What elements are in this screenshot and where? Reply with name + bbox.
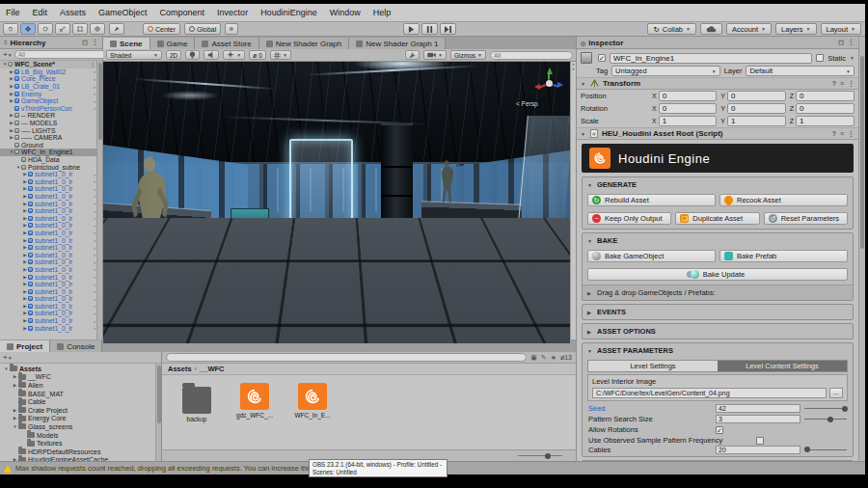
menu-assets[interactable]: Assets bbox=[60, 8, 86, 17]
menu-invector[interactable]: Invector bbox=[217, 8, 248, 17]
events-title[interactable]: EVENTS bbox=[597, 308, 626, 316]
project-item-glass-screens[interactable]: ▼Glass_screens bbox=[0, 422, 161, 431]
prefab-chevron-icon[interactable]: › bbox=[94, 311, 95, 316]
hierarchy-item-subnet1-0-lr[interactable]: ▶subnet1_0_lr› bbox=[0, 244, 96, 252]
hierarchy-item-subnet1-0-lr[interactable]: ▶subnet1_0_lr› bbox=[0, 193, 96, 201]
rotation-z-field[interactable] bbox=[796, 103, 854, 114]
hierarchy-item-subnet1-0-lr[interactable]: ▶subnet1_0_lr› bbox=[0, 230, 96, 237]
prefab-chevron-icon[interactable]: › bbox=[94, 325, 95, 331]
bake-update-button[interactable]: Bake Update bbox=[587, 268, 848, 281]
static-checkbox[interactable] bbox=[816, 54, 824, 62]
events-fold-icon[interactable]: ▶ bbox=[587, 310, 593, 315]
hierarchy-tab[interactable]: Hierarchy bbox=[11, 39, 46, 47]
keep-only-output-button[interactable]: −Keep Only Output bbox=[587, 212, 671, 225]
seed-slider[interactable] bbox=[804, 404, 847, 413]
hierarchy-item-subnet1-0-lr[interactable]: ▶subnet1_0_lr› bbox=[0, 287, 96, 295]
collab-button[interactable]: ↻Collab▼ bbox=[647, 23, 696, 35]
rotation-x-field[interactable] bbox=[659, 103, 718, 114]
asset-item-gdc-wfc-[interactable]: gdc_WFC_... bbox=[233, 383, 276, 422]
prefab-chevron-icon[interactable]: › bbox=[94, 252, 95, 258]
hand-tool-icon[interactable] bbox=[3, 23, 18, 35]
hierarchy-item-subnet1-0-lr[interactable]: ▶subnet1_0_lr› bbox=[0, 258, 96, 266]
prefab-chevron-icon[interactable]: › bbox=[94, 223, 95, 229]
use-observed-frequency-checkbox[interactable] bbox=[756, 437, 764, 445]
shading-mode-dropdown[interactable]: Shaded▼ bbox=[106, 50, 162, 60]
tab-new-shader-graph[interactable]: New Shader Graph bbox=[259, 38, 349, 49]
presets-icon[interactable]: ≡ bbox=[840, 130, 844, 138]
tab-project[interactable]: Project bbox=[0, 340, 50, 352]
layers-button[interactable]: Layers▼ bbox=[775, 23, 816, 35]
project-create-button[interactable]: +▼ bbox=[3, 353, 13, 363]
asset-item-wfc-in-e-[interactable]: WFC_In_E... bbox=[291, 383, 334, 422]
tab-scene[interactable]: Scene bbox=[103, 38, 150, 49]
pattern-search-size-field[interactable]: 3 bbox=[716, 415, 800, 423]
hierarchy-item-subnet1-0-lr[interactable]: ▶subnet1_0_lr› bbox=[0, 281, 96, 288]
lock-icon[interactable]: ◻ bbox=[82, 39, 88, 46]
menu-file[interactable]: File bbox=[6, 8, 20, 17]
tab-new-shader-graph-1[interactable]: New Shader Graph 1 bbox=[349, 38, 446, 49]
pattern-search-size-slider[interactable] bbox=[804, 415, 847, 423]
hierarchy-item-subnet1-0-lr[interactable]: ▶subnet1_0_lr› bbox=[0, 200, 96, 207]
static-dropdown-icon[interactable]: ▼ bbox=[850, 55, 854, 61]
rotate-tool-icon[interactable] bbox=[38, 23, 53, 35]
expand-icon[interactable]: ▶ bbox=[12, 408, 18, 413]
cables-slider[interactable] bbox=[804, 446, 847, 454]
hierarchy-item-subnet1-0-lr[interactable]: ▶subnet1_0_lr› bbox=[0, 236, 96, 244]
grid-dropdown-icon[interactable]: ▼ bbox=[270, 50, 291, 60]
hierarchy-item-vthirdpersoncon[interactable]: vThirdPersonCon› bbox=[0, 105, 96, 113]
gameobject-icon[interactable] bbox=[581, 52, 592, 64]
audio-toggle-icon[interactable] bbox=[203, 50, 219, 60]
hierarchy-item--models[interactable]: ▶--- MODELS bbox=[0, 120, 96, 127]
cables-field[interactable]: 20 bbox=[716, 446, 800, 454]
prefab-chevron-icon[interactable]: › bbox=[94, 282, 95, 287]
scale-z-field[interactable] bbox=[796, 116, 854, 126]
asset-options-title[interactable]: ASSET OPTIONS bbox=[597, 327, 656, 336]
hierarchy-item--lights[interactable]: ▶---- LIGHTS bbox=[0, 126, 96, 134]
effects-dropdown-icon[interactable]: ▼ bbox=[223, 50, 245, 60]
scene-search-input[interactable] bbox=[490, 51, 573, 60]
dragdrop-label[interactable]: Drag & drop GameObjects / Prefabs: bbox=[597, 288, 716, 297]
menu-component[interactable]: Component bbox=[160, 8, 205, 17]
favorite-icon[interactable]: ★ bbox=[551, 354, 556, 362]
project-item-hdrpdefaultresources[interactable]: HDRPDefaultResources bbox=[0, 447, 161, 456]
image-path-field[interactable]: C:/WFC/Done/tex/LevelGen/Content_04.png bbox=[592, 388, 827, 398]
recook-asset-button[interactable]: Recook Asset bbox=[719, 194, 848, 206]
persp-label[interactable]: < Persp bbox=[516, 100, 538, 107]
space-toggle-button[interactable]: Global bbox=[184, 23, 221, 35]
hierarchy-item-subnet1-0-lr[interactable]: ▶subnet1_0_lr› bbox=[0, 178, 96, 186]
prefab-chevron-icon[interactable]: › bbox=[94, 266, 95, 272]
hierarchy-item-gameobject[interactable]: ▶GameObject› bbox=[0, 97, 96, 105]
prefab-chevron-icon[interactable]: › bbox=[94, 98, 95, 104]
project-item-cable[interactable]: Cable bbox=[0, 397, 161, 406]
hierarchy-item-subnet1-0-lr[interactable]: ▶subnet1_0_lr› bbox=[0, 222, 96, 230]
hidden-objects-toggle[interactable]: ø0 bbox=[249, 50, 266, 60]
bake-prefab-button[interactable]: Bake Prefab bbox=[719, 250, 848, 262]
scale-x-field[interactable] bbox=[659, 116, 718, 126]
hierarchy-item-ground[interactable]: Ground bbox=[0, 142, 96, 149]
menu-edit[interactable]: Edit bbox=[33, 8, 48, 17]
prefab-chevron-icon[interactable]: › bbox=[94, 208, 95, 214]
reset-parameters-button[interactable]: ↺Reset Parameters bbox=[764, 212, 848, 225]
label-icon[interactable]: ✎ bbox=[541, 354, 547, 362]
camera-dropdown-icon[interactable]: ▼ bbox=[423, 50, 447, 60]
gizmos-dropdown[interactable]: Gizmos▼ bbox=[450, 50, 486, 60]
thumbnail-zoom-slider[interactable] bbox=[518, 455, 562, 456]
prefab-chevron-icon[interactable]: › bbox=[94, 296, 95, 302]
script-fold-icon[interactable]: ▼ bbox=[581, 131, 586, 137]
hierarchy-item-subnet1-0-lr[interactable]: ▶subnet1_0_lr› bbox=[0, 310, 96, 317]
duplicate-asset-button[interactable]: ❏Duplicate Asset bbox=[675, 212, 759, 225]
step-button[interactable] bbox=[440, 23, 456, 35]
lock-icon[interactable]: ◻ bbox=[838, 39, 844, 46]
hierarchy-item-lb-big-wall02[interactable]: ▶LB_Big_Wall02› bbox=[0, 68, 96, 76]
layout-button[interactable]: Layout▼ bbox=[821, 23, 861, 35]
hierarchy-item-subnet1-0-lr[interactable]: ▶subnet1_0_lr› bbox=[0, 273, 96, 281]
hierarchy-item-subnet1-0-lr[interactable]: ▶subnet1_0_lr› bbox=[0, 171, 96, 178]
prefab-chevron-icon[interactable]: › bbox=[94, 259, 95, 265]
expand-icon[interactable]: ▶ bbox=[12, 383, 18, 388]
tab-level-settings[interactable]: Level Settings bbox=[588, 361, 718, 371]
project-item--wfc[interactable]: ▶__WFC bbox=[0, 373, 161, 382]
inspector-scrollbar[interactable] bbox=[858, 37, 865, 461]
help-icon[interactable]: ? bbox=[832, 130, 836, 138]
expand-icon[interactable]: ▶ bbox=[12, 416, 18, 420]
orientation-gizmo[interactable] bbox=[528, 66, 570, 104]
